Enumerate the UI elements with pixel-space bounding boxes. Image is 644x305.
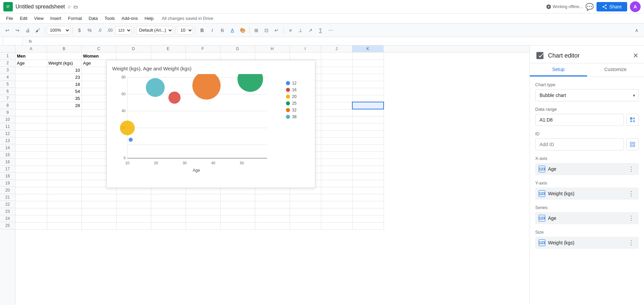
more-button[interactable]: ⋯ <box>326 26 335 35</box>
id-input[interactable] <box>535 138 624 150</box>
cell-b5[interactable]: 18 <box>47 81 82 88</box>
row-5[interactable]: 5 <box>0 81 15 88</box>
currency-button[interactable]: $ <box>75 26 84 35</box>
bubble-38[interactable] <box>146 78 165 97</box>
cell-k5[interactable] <box>352 81 384 88</box>
col-header-f[interactable]: F <box>186 45 220 52</box>
cell-a24[interactable] <box>15 215 47 222</box>
cell-a10[interactable] <box>15 116 47 123</box>
cell-i1[interactable] <box>290 53 321 60</box>
row-15[interactable]: 15 <box>0 151 15 159</box>
cell-b9[interactable] <box>47 109 82 116</box>
cell-d1[interactable] <box>116 53 151 60</box>
cell-g1[interactable] <box>220 53 255 60</box>
bubble-20[interactable] <box>120 121 135 135</box>
row-12[interactable]: 12 <box>0 130 15 137</box>
cell-b8[interactable]: 28 <box>47 102 82 109</box>
folder-icon[interactable]: 🗁 <box>73 4 78 9</box>
cell-k8[interactable] <box>352 102 384 109</box>
bubble-12[interactable] <box>129 138 133 142</box>
cell-a8[interactable] <box>15 102 47 109</box>
cell-k3[interactable] <box>352 67 384 74</box>
cell-b1[interactable] <box>47 53 82 60</box>
borders-button[interactable]: ⊞ <box>252 26 261 35</box>
cell-a5[interactable] <box>15 81 47 88</box>
row-24[interactable]: 24 <box>0 215 15 222</box>
cell-a9[interactable] <box>15 109 47 116</box>
panel-close-button[interactable]: ✕ <box>633 52 639 60</box>
yaxis-more-button[interactable]: ⋮ <box>627 190 635 198</box>
menu-file[interactable]: File <box>3 14 16 22</box>
percent-button[interactable]: % <box>85 26 94 35</box>
row-10[interactable]: 10 <box>0 116 15 123</box>
font-select[interactable]: Default (Ari...) <box>136 26 173 35</box>
cell-a16[interactable] <box>15 159 47 166</box>
col-header-j[interactable]: J <box>321 45 352 52</box>
italic-button[interactable]: I <box>207 26 217 35</box>
file-title[interactable]: Untitled spreadsheet <box>15 4 65 10</box>
paintformat-button[interactable]: 🖌 <box>33 26 42 35</box>
cell-j6[interactable] <box>321 88 352 95</box>
bubble-16[interactable] <box>168 92 181 104</box>
cell-a23[interactable] <box>15 208 47 215</box>
cell-k2[interactable] <box>352 60 384 67</box>
row-1[interactable]: 1 <box>0 53 15 60</box>
tab-customize[interactable]: Customize <box>587 63 644 76</box>
cell-a7[interactable] <box>15 95 47 102</box>
col-header-b[interactable]: B <box>47 45 82 52</box>
menu-help[interactable]: Help <box>142 14 156 22</box>
cell-a25[interactable] <box>15 222 47 229</box>
cell-a3[interactable] <box>15 67 47 74</box>
col-header-c[interactable]: C <box>82 45 116 52</box>
cell-a21[interactable] <box>15 194 47 201</box>
valign-button[interactable]: ⊥ <box>296 26 305 35</box>
row-16[interactable]: 16 <box>0 159 15 166</box>
row-14[interactable]: 14 <box>0 144 15 151</box>
undo-button[interactable]: ↩ <box>3 26 12 35</box>
bubble-25[interactable] <box>237 74 263 92</box>
menu-tools[interactable]: Tools <box>102 14 117 22</box>
menu-format[interactable]: Format <box>65 14 85 22</box>
cell-b6[interactable]: 54 <box>47 88 82 95</box>
cell-k7[interactable] <box>352 95 384 102</box>
comments-icon[interactable]: 💬 <box>585 3 594 11</box>
col-header-i[interactable]: I <box>290 45 321 52</box>
row-21[interactable]: 21 <box>0 194 15 201</box>
cell-a22[interactable] <box>15 201 47 208</box>
cell-j3[interactable] <box>321 67 352 74</box>
tab-setup[interactable]: Setup <box>530 63 587 76</box>
cell-j4[interactable] <box>321 74 352 81</box>
bubble-32[interactable] <box>192 74 221 100</box>
data-range-grid-button[interactable] <box>626 114 639 126</box>
cell-f1[interactable] <box>186 53 220 60</box>
decimal-inc-button[interactable]: .00 <box>105 26 115 35</box>
functions-button[interactable]: ∑ <box>316 26 325 35</box>
row-11[interactable]: 11 <box>0 123 15 130</box>
cell-b3[interactable]: 10 <box>47 67 82 74</box>
row-23[interactable]: 23 <box>0 208 15 215</box>
row-8[interactable]: 8 <box>0 102 15 109</box>
cell-b2[interactable]: Weight (kgs) <box>47 60 82 67</box>
fill-color-button[interactable]: 🎨 <box>238 26 247 35</box>
row-6[interactable]: 6 <box>0 88 15 95</box>
row-13[interactable]: 13 <box>0 137 15 144</box>
cell-a6[interactable] <box>15 88 47 95</box>
share-button[interactable]: Share <box>597 2 627 11</box>
row-20[interactable]: 20 <box>0 187 15 194</box>
cell-b7[interactable]: 35 <box>47 95 82 102</box>
cell-k1[interactable] <box>352 53 384 60</box>
cell-a19[interactable] <box>15 180 47 187</box>
xaxis-more-button[interactable]: ⋮ <box>627 165 635 173</box>
cell-k6[interactable] <box>352 88 384 95</box>
row-18[interactable]: 18 <box>0 173 15 180</box>
redo-button[interactable]: ↪ <box>13 26 22 35</box>
row-22[interactable]: 22 <box>0 201 15 208</box>
cell-j5[interactable] <box>321 81 352 88</box>
cell-b4[interactable]: 23 <box>47 74 82 81</box>
collapse-button[interactable]: ∧ <box>632 26 641 35</box>
zoom-select[interactable]: 100% <box>47 26 70 35</box>
col-header-e[interactable]: E <box>151 45 186 52</box>
cell-c1[interactable]: Women <box>82 53 116 60</box>
cell-j7[interactable] <box>321 95 352 102</box>
row-3[interactable]: 3 <box>0 67 15 74</box>
